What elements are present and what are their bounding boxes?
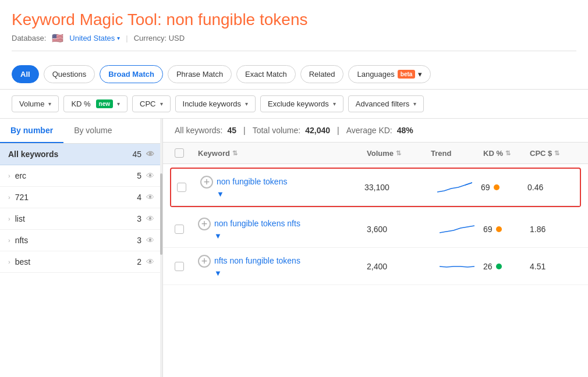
exclude-label: Exclude keywords (268, 99, 329, 108)
sidebar-keyword-count: 3 (137, 236, 141, 245)
chevron-right-icon: › (8, 194, 10, 201)
row3-kd-value: 26 (483, 262, 493, 271)
cpc-chevron-icon: ▾ (160, 101, 163, 107)
row2-keyword-link[interactable]: non fungible tokens nfts (214, 218, 300, 230)
row1-trend-cell (428, 179, 481, 195)
row1-keyword-dropdown[interactable]: ▼ (217, 190, 224, 198)
col-keyword[interactable]: Keyword ⇅ (198, 149, 367, 158)
row1-checkbox[interactable] (177, 183, 186, 192)
kd-col-label: KD % (483, 149, 503, 158)
tab-all[interactable]: All (12, 65, 39, 83)
table-header: Keyword ⇅ Volume ⇅ Trend KD % ⇅ CPC $ ⇅ (163, 143, 588, 164)
row3-volume-cell: 2,400 (367, 262, 431, 271)
row2-dropdown-arrow-icon: ▼ (214, 232, 222, 240)
sidebar-keyword-label: 721 (15, 193, 137, 202)
row2-kd-cell: 69 (483, 225, 530, 234)
cpc-label: CPC (140, 99, 155, 108)
tab-questions[interactable]: Questions (44, 65, 95, 83)
col-kd[interactable]: KD % ⇅ (483, 149, 530, 158)
advanced-filters[interactable]: Advanced filters ▾ (348, 95, 424, 112)
sidebar-keyword-count: 3 (137, 214, 141, 223)
total-volume-label: Total volume: (253, 126, 300, 135)
sidebar-item-nfts[interactable]: › nfts 3 👁 (0, 230, 162, 251)
main-content: All keywords: 45 | Total volume: 42,040 … (163, 119, 588, 377)
row3-trend-sparkline (440, 258, 474, 275)
row1-trend-sparkline (437, 179, 472, 195)
all-keywords-value: 45 (227, 126, 236, 135)
row3-checkbox[interactable] (175, 262, 184, 271)
avg-kd-label: Average KD: (346, 126, 392, 135)
keyword-sort-icon: ⇅ (232, 150, 238, 157)
tab-by-volume[interactable]: By volume (63, 119, 122, 143)
highlighted-row-wrapper: + non fungible tokens ▼ 33,100 (170, 168, 581, 207)
tab-related[interactable]: Related (300, 65, 344, 83)
sidebar-all-keywords-count: 45 (132, 150, 141, 159)
database-chevron-icon: ▾ (117, 35, 120, 41)
row1-keyword-cell: + non fungible tokens ▼ (200, 176, 364, 198)
col-trend: Trend (431, 149, 483, 158)
sidebar-item-best[interactable]: › best 2 👁 (0, 251, 162, 273)
row3-trend-cell (431, 258, 483, 275)
row3-add-button[interactable]: + (198, 255, 211, 268)
row3-keyword-cell: + nfts non fungible tokens ▼ (198, 255, 367, 278)
sidebar-keyword-count: 5 (137, 171, 141, 180)
exclude-keywords-filter[interactable]: Exclude keywords ▾ (260, 95, 343, 112)
languages-badge: beta (398, 70, 416, 79)
row2-add-button[interactable]: + (198, 218, 211, 230)
table-row: + non fungible tokens ▼ 33,100 (171, 169, 580, 206)
sidebar-item-erc[interactable]: › erc 5 👁 (0, 165, 162, 187)
tab-broad-match[interactable]: Broad Match (100, 65, 163, 83)
sidebar-eye-icon[interactable]: 👁 (146, 150, 154, 159)
eye-icon[interactable]: 👁 (146, 171, 154, 180)
chevron-right-icon: › (8, 237, 10, 244)
tab-exact-match[interactable]: Exact Match (236, 65, 296, 83)
include-keywords-filter[interactable]: Include keywords ▾ (175, 95, 256, 112)
row1-add-button[interactable]: + (200, 176, 213, 188)
sidebar-keyword-label: list (15, 214, 137, 223)
row2-keyword-dropdown[interactable]: ▼ (214, 232, 222, 240)
cpc-col-label: CPC $ (530, 149, 552, 158)
kd-filter[interactable]: KD % new ▾ (63, 95, 127, 112)
include-label: Include keywords (183, 99, 241, 108)
volume-chevron-icon: ▾ (48, 101, 51, 107)
volume-sort-icon: ⇅ (396, 150, 401, 157)
row2-checkbox-cell (175, 225, 198, 234)
tab-languages[interactable]: Languages beta ▾ (348, 65, 431, 83)
row1-keyword-link[interactable]: non fungible tokens (217, 177, 287, 186)
eye-icon[interactable]: 👁 (146, 214, 154, 223)
row3-keyword-link[interactable]: nfts non fungible tokens (214, 255, 300, 267)
scroll-thumb[interactable] (160, 173, 162, 255)
database-label: Database: (12, 34, 46, 42)
sidebar-item-721[interactable]: › 721 4 👁 (0, 187, 162, 208)
page-header: Keyword Magic Tool: non fungible tokens … (0, 0, 588, 57)
row1-checkbox-cell (177, 183, 200, 192)
kd-label: KD % (71, 99, 90, 108)
volume-label: Volume (19, 99, 44, 108)
select-all-checkbox[interactable] (175, 148, 184, 158)
row3-kd-cell: 26 (483, 262, 530, 271)
row2-checkbox[interactable] (175, 225, 184, 234)
eye-icon[interactable]: 👁 (146, 236, 154, 245)
row2-kd-value: 69 (483, 225, 493, 234)
row3-kd-dot (496, 264, 502, 269)
row3-cpc-cell: 4.51 (530, 262, 576, 271)
eye-icon[interactable]: 👁 (146, 257, 154, 266)
row1-kd-dot (494, 184, 500, 190)
col-cpc[interactable]: CPC $ ⇅ (530, 149, 576, 158)
sidebar-item-list[interactable]: › list 3 👁 (0, 208, 162, 230)
row3-checkbox-cell (175, 262, 198, 271)
col-checkbox (175, 148, 198, 158)
row3-keyword-dropdown[interactable]: ▼ (214, 269, 222, 278)
row2-kd-dot (496, 226, 502, 232)
tab-by-number[interactable]: By number (0, 119, 63, 143)
volume-filter[interactable]: Volume ▾ (12, 95, 59, 112)
tab-phrase-match[interactable]: Phrase Match (168, 65, 232, 83)
database-link[interactable]: United States ▾ (69, 34, 120, 42)
sidebar: By number By volume All keywords 45 👁 › … (0, 119, 163, 377)
sidebar-keyword-label: erc (15, 171, 137, 180)
eye-icon[interactable]: 👁 (146, 193, 154, 202)
col-volume[interactable]: Volume ⇅ (367, 149, 431, 158)
cpc-filter[interactable]: CPC ▾ (132, 95, 170, 112)
row2-keyword-cell: + non fungible tokens nfts ▼ (198, 218, 367, 240)
filter-dropdowns-bar: Volume ▾ KD % new ▾ CPC ▾ Include keywor… (0, 90, 588, 119)
